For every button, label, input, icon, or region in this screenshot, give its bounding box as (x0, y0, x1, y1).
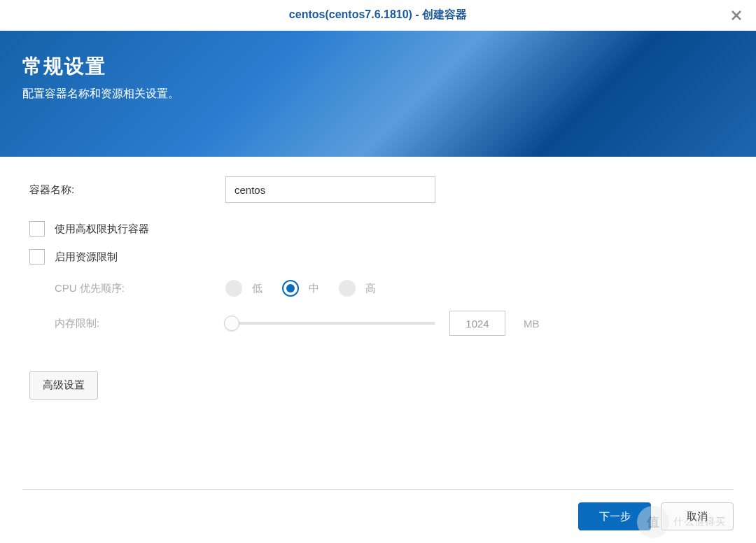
footer-button-group: 下一步 取消 (22, 502, 734, 530)
cpu-radio-high-label: 高 (365, 282, 376, 295)
form-content: 容器名称: 使用高权限执行容器 启用资源限制 CPU 优先顺序: 低 中 高 内… (0, 157, 756, 414)
dialog-footer: 下一步 取消 (22, 489, 734, 530)
cpu-radio-high[interactable] (339, 280, 356, 297)
footer-divider (22, 489, 734, 490)
cpu-priority-radio-group: 低 中 高 (225, 280, 390, 297)
container-name-label: 容器名称: (29, 183, 225, 197)
close-button[interactable] (728, 7, 745, 24)
window-title: centos(centos7.6.1810) - 创建容器 (289, 8, 467, 22)
high-privilege-row: 使用高权限执行容器 (29, 221, 727, 237)
high-privilege-label: 使用高权限执行容器 (55, 223, 149, 236)
memory-slider[interactable] (225, 315, 435, 332)
cpu-radio-low[interactable] (225, 280, 242, 297)
close-icon (730, 9, 743, 22)
page-title: 常规设置 (22, 53, 734, 80)
container-name-input[interactable] (225, 176, 435, 203)
cpu-radio-mid[interactable] (282, 280, 299, 297)
container-name-row: 容器名称: (29, 176, 727, 203)
header-banner: 常规设置 配置容器名称和资源相关设置。 (0, 31, 756, 157)
slider-thumb[interactable] (224, 316, 239, 331)
memory-limit-label: 内存限制: (29, 317, 225, 330)
page-subtitle: 配置容器名称和资源相关设置。 (22, 87, 734, 101)
resource-limit-label: 启用资源限制 (55, 251, 118, 264)
cpu-radio-mid-label: 中 (309, 282, 319, 295)
slider-track (225, 322, 435, 325)
memory-limit-row: 内存限制: MB (29, 311, 727, 336)
cpu-radio-low-label: 低 (252, 282, 262, 295)
next-button[interactable]: 下一步 (578, 502, 651, 530)
cancel-button[interactable]: 取消 (661, 502, 734, 530)
cpu-priority-row: CPU 优先顺序: 低 中 高 (29, 280, 727, 297)
resource-limit-checkbox[interactable] (29, 249, 45, 265)
advanced-settings-button[interactable]: 高级设置 (29, 371, 98, 400)
memory-unit: MB (524, 318, 540, 330)
titlebar: centos(centos7.6.1810) - 创建容器 (0, 0, 756, 31)
memory-controls: MB (225, 311, 540, 336)
resource-limit-row: 启用资源限制 (29, 249, 727, 265)
memory-input[interactable] (449, 311, 505, 336)
high-privilege-checkbox[interactable] (29, 221, 45, 237)
cpu-priority-label: CPU 优先顺序: (29, 282, 225, 295)
